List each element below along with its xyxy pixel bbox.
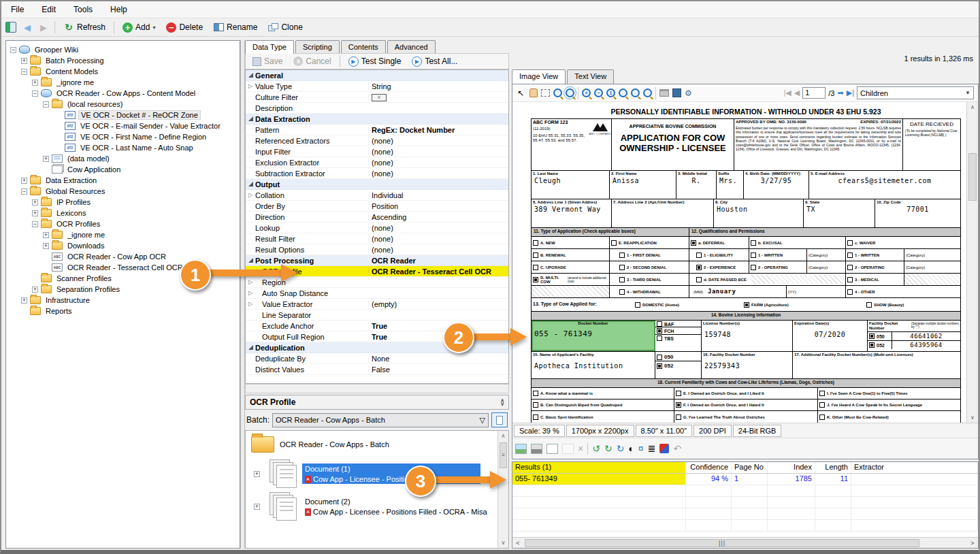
culture-filter-icon[interactable]: ×	[372, 94, 387, 101]
expand-icon[interactable]: +	[21, 297, 27, 304]
zoom-select-icon[interactable]	[566, 88, 574, 97]
last-page-icon[interactable]: ▶|	[847, 88, 854, 97]
property-row-pattern[interactable]: PatternRegEx: Docket Number	[246, 125, 508, 135]
nav-panel-icon[interactable]	[5, 22, 16, 33]
save-image-icon[interactable]	[672, 88, 681, 97]
tab-advanced[interactable]: Advanced	[387, 40, 436, 54]
property-group-data-extraction[interactable]: Data Extraction	[246, 114, 508, 125]
property-row-value-type[interactable]: ▷Value TypeString	[246, 81, 508, 92]
property-row-referenced-extractors[interactable]: Referenced Extractors(none)	[246, 135, 508, 146]
property-row-result-options[interactable]: Result Options(none)	[246, 244, 508, 255]
tab-contents[interactable]: Contents	[341, 40, 386, 54]
checkbox[interactable]	[635, 302, 640, 308]
page-number-input[interactable]: 1	[802, 87, 826, 99]
rename-button[interactable]: Rename	[211, 21, 260, 33]
prev-page-icon[interactable]: ◀	[794, 88, 800, 97]
tab-text-view[interactable]: Text View	[567, 69, 614, 84]
tree-item-first-name-define-region[interactable]: 07ZVE OCR - First Name - Define Region	[6, 131, 240, 142]
zoom-actual-icon[interactable]: 1	[606, 88, 615, 97]
refresh-button[interactable]: ↻Refresh	[61, 20, 108, 34]
scroll-up-icon[interactable]: ∧	[967, 102, 978, 112]
property-group-output[interactable]: Output	[246, 179, 508, 190]
rotate-left-icon[interactable]: ↺	[592, 444, 600, 453]
property-row-distinct-values[interactable]: Distinct ValuesFalse	[246, 364, 508, 375]
ocr-profile-section-header[interactable]: OCR Profile ∧∨	[245, 395, 509, 410]
expand-icon[interactable]: +	[254, 504, 260, 510]
scroll-down-icon[interactable]: ∨	[498, 538, 508, 548]
checkbox[interactable]	[533, 252, 538, 258]
tab-image-view[interactable]: Image View	[512, 69, 566, 84]
checkbox[interactable]	[533, 240, 538, 246]
docket-number-field[interactable]: Docket Number 055 - 761349	[532, 321, 655, 351]
expand-icon[interactable]: +	[43, 243, 49, 249]
zoom-out-icon[interactable]: −	[594, 88, 603, 97]
expand-icon[interactable]: +	[21, 58, 27, 64]
checkbox[interactable]	[744, 302, 749, 308]
length-header[interactable]: Length	[815, 462, 851, 473]
checkbox[interactable]	[533, 391, 538, 396]
batch-document-2[interactable]: + Document (2) ACow App - Licensee - Pos…	[254, 492, 508, 521]
crop-icon[interactable]: ¤	[638, 444, 644, 453]
expand-icon[interactable]: ▷	[248, 301, 252, 307]
checkbox[interactable]	[869, 333, 875, 339]
tree-item-ip-profiles[interactable]: +IP Profiles	[6, 197, 240, 208]
scroll-thumb[interactable]: |||	[525, 539, 919, 547]
pan-hand-icon[interactable]	[529, 88, 538, 97]
panel-splitter[interactable]	[240, 40, 245, 549]
menu-file[interactable]: File	[11, 5, 24, 14]
result-value[interactable]: 055- 761349	[512, 474, 686, 485]
property-row-exclusion-extractor[interactable]: Exclusion Extractor(none)	[246, 157, 508, 168]
first-page-icon[interactable]: |◀	[783, 88, 791, 97]
checkbox[interactable]	[696, 277, 702, 282]
add-button[interactable]: +Add▾	[120, 21, 158, 34]
tree-item-content-model[interactable]: −OCR Reader - Cow Apps - Content Model	[6, 88, 240, 99]
property-row-culture-filter[interactable]: Culture Filter×	[246, 92, 508, 103]
image-scrollbar[interactable]: ∧ ∨	[966, 102, 978, 423]
scope-dropdown[interactable]: Children▼	[857, 86, 974, 99]
save-button[interactable]: Save	[250, 55, 285, 67]
checkbox[interactable]	[751, 252, 756, 258]
scroll-up-icon[interactable]: ∧	[498, 431, 508, 441]
tree-item-ocr-profiles[interactable]: −OCR Profiles	[6, 218, 240, 229]
property-row-collation[interactable]: ▷CollationIndividual	[246, 190, 508, 201]
tree-item-reports[interactable]: Reports	[6, 306, 240, 316]
checkbox[interactable]	[619, 252, 625, 258]
forward-icon[interactable]: ▶	[38, 22, 49, 33]
collapse-icon[interactable]: −	[32, 91, 38, 97]
select-region-icon[interactable]	[541, 89, 550, 97]
tree-item-ocr-ignore-me[interactable]: +_ignore me	[6, 229, 240, 240]
property-row-subtraction-extractor[interactable]: Subtraction Extractor(none)	[246, 168, 508, 179]
checkbox[interactable]	[676, 391, 681, 396]
result-row[interactable]: 055- 761349 94 % 1 1785 11	[512, 474, 978, 485]
tree-item-data-extraction[interactable]: +Data Extraction	[6, 175, 240, 186]
collapse-chevrons-icon[interactable]: ∧∨	[500, 399, 504, 406]
menu-edit[interactable]: Edit	[42, 5, 56, 14]
scroll-left-icon[interactable]: <	[512, 540, 523, 547]
confidence-header[interactable]: Confidence	[686, 462, 732, 473]
expand-icon[interactable]: +	[32, 80, 38, 86]
print-icon[interactable]	[659, 89, 669, 97]
expand-icon[interactable]: ▷	[248, 290, 252, 296]
checkbox[interactable]	[847, 277, 853, 282]
zoom-region-icon[interactable]	[553, 88, 562, 97]
zoom-fit-icon[interactable]	[619, 88, 627, 97]
delete-button[interactable]: −Delete	[163, 21, 206, 34]
expand-icon[interactable]: ▷	[248, 192, 252, 198]
back-icon[interactable]: ◀	[22, 22, 33, 33]
property-row-value-extractor[interactable]: ▷Value Extractor(empty)	[246, 299, 508, 310]
invert-icon[interactable]: ◐	[628, 444, 634, 453]
tree-item-docket-reocr-zone[interactable]: 07ZVE OCR - Docket # - ReOCR Zone	[6, 110, 240, 120]
checkbox[interactable]	[847, 240, 853, 246]
zoom-in-icon[interactable]: +	[582, 88, 591, 97]
tree-item-lexicons[interactable]: +Lexicons	[6, 208, 240, 218]
checkbox[interactable]	[819, 414, 825, 420]
checkbox[interactable]	[533, 414, 538, 420]
expand-icon[interactable]: +	[32, 287, 38, 293]
view-document-button[interactable]	[491, 412, 508, 427]
zoom-fit-height-icon[interactable]	[643, 88, 652, 97]
property-row-direction[interactable]: DirectionAscending	[246, 212, 508, 223]
checkbox[interactable]	[847, 289, 853, 295]
collapse-icon[interactable]: −	[21, 69, 27, 75]
expand-icon[interactable]: +	[32, 210, 38, 216]
collapse-icon[interactable]: −	[10, 47, 16, 53]
